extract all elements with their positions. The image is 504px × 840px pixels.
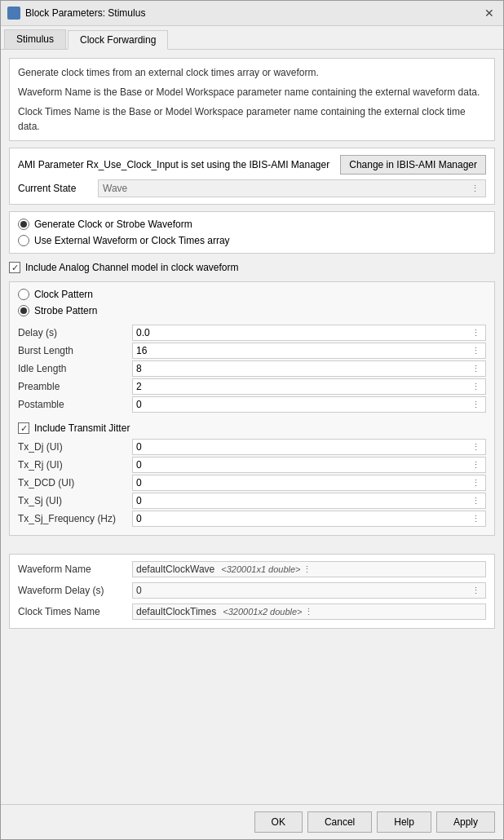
apply-button[interactable]: Apply (436, 811, 495, 833)
window-title: Block Parameters: Stimulus (25, 7, 145, 19)
clock-times-name-input[interactable]: defaultClockTimes <320001x2 double> ⋮ (132, 603, 486, 620)
tx-sj-value: 0 (136, 495, 470, 506)
field-row-preamble: Preamble 2 ⋮ (18, 378, 486, 395)
burst-length-value: 16 (136, 345, 470, 356)
title-bar: Block Parameters: Stimulus ✕ (1, 1, 503, 26)
waveform-delay-label: Waveform Delay (s) (18, 585, 132, 596)
burst-length-menu-icon[interactable]: ⋮ (470, 346, 482, 356)
idle-length-menu-icon[interactable]: ⋮ (470, 364, 482, 374)
idle-length-label: Idle Length (18, 363, 132, 374)
radio-use-external-circle[interactable] (18, 235, 29, 246)
tx-rj-menu-icon[interactable]: ⋮ (470, 460, 482, 471)
radio-clock-pattern[interactable]: Clock Pattern (18, 289, 486, 300)
field-row-clock-times-name: Clock Times Name defaultClockTimes <3200… (18, 603, 486, 620)
state-row: Current State Wave ⋮ (18, 179, 486, 197)
include-jitter-label: Include Transmit Jitter (34, 422, 130, 434)
tx-sj-freq-label: Tx_Sj_Frequency (Hz) (18, 513, 132, 524)
delay-label: Delay (s) (18, 327, 132, 338)
ami-section: AMI Parameter Rx_Use_Clock_Input is set … (9, 148, 495, 205)
preamble-value: 2 (136, 381, 470, 392)
idle-length-input[interactable]: 8 ⋮ (132, 360, 486, 377)
tx-sj-freq-value: 0 (136, 513, 470, 524)
waveform-name-value: defaultClockWave (136, 564, 214, 575)
field-row-delay: Delay (s) 0.0 ⋮ (18, 325, 486, 341)
postamble-label: Postamble (18, 399, 132, 410)
burst-length-input[interactable]: 16 ⋮ (132, 343, 486, 359)
tx-rj-input[interactable]: 0 ⋮ (132, 457, 486, 473)
pattern-section: Clock Pattern Strobe Pattern Delay (s) 0… (9, 281, 495, 536)
tx-dcd-value: 0 (136, 477, 470, 489)
field-row-waveform-name: Waveform Name defaultClockWave <320001x1… (18, 561, 486, 577)
waveform-delay-input[interactable]: 0 ⋮ (132, 582, 486, 599)
postamble-menu-icon[interactable]: ⋮ (470, 400, 482, 410)
current-state-value: Wave (103, 183, 469, 194)
info-box: Generate clock times from an external cl… (9, 58, 495, 141)
radio-clock-pattern-circle[interactable] (18, 289, 29, 300)
waveform-name-menu-icon[interactable]: ⋮ (301, 564, 313, 575)
tx-dj-input[interactable]: 0 ⋮ (132, 439, 486, 455)
include-analog-checkbox[interactable] (9, 262, 20, 273)
include-jitter-row[interactable]: Include Transmit Jitter (18, 422, 486, 434)
clock-times-name-menu-icon[interactable]: ⋮ (303, 607, 315, 617)
tab-stimulus[interactable]: Stimulus (4, 29, 66, 49)
preamble-input[interactable]: 2 ⋮ (132, 378, 486, 395)
info-line2: Waveform Name is the Base or Model Works… (18, 85, 486, 99)
delay-input[interactable]: 0.0 ⋮ (132, 325, 486, 341)
section-gap (9, 542, 495, 547)
info-line1: Generate clock times from an external cl… (18, 65, 486, 80)
radio-clock-pattern-label: Clock Pattern (34, 289, 93, 300)
waveform-delay-value: 0 (136, 585, 142, 596)
waveform-fields-section: Waveform Name defaultClockWave <320001x1… (9, 554, 495, 629)
radio-strobe-pattern[interactable]: Strobe Pattern (18, 305, 486, 316)
clock-times-name-label: Clock Times Name (18, 606, 132, 617)
change-ibis-ami-button[interactable]: Change in IBIS-AMI Manager (340, 155, 486, 175)
help-button[interactable]: Help (377, 811, 431, 833)
delay-menu-icon[interactable]: ⋮ (470, 328, 482, 338)
field-row-tx-rj: Tx_Rj (UI) 0 ⋮ (18, 457, 486, 473)
field-row-idle-length: Idle Length 8 ⋮ (18, 360, 486, 377)
field-row-postamble: Postamble 0 ⋮ (18, 396, 486, 413)
field-row-tx-dj: Tx_Dj (UI) 0 ⋮ (18, 439, 486, 455)
tx-rj-value: 0 (136, 459, 470, 471)
tx-sj-menu-icon[interactable]: ⋮ (470, 496, 482, 506)
preamble-label: Preamble (18, 381, 132, 392)
tab-bar: Stimulus Clock Forwarding (1, 26, 503, 50)
close-button[interactable]: ✕ (482, 6, 497, 20)
radio-use-external[interactable]: Use External Waveform or Clock Times arr… (18, 235, 486, 246)
waveform-name-input[interactable]: defaultClockWave <320001x1 double> ⋮ (132, 561, 486, 577)
tx-dj-value: 0 (136, 441, 470, 453)
info-line3: Clock Times Name is the Base or Model Wo… (18, 104, 486, 134)
tx-dj-menu-icon[interactable]: ⋮ (470, 442, 482, 453)
tab-clock-forwarding[interactable]: Clock Forwarding (68, 30, 168, 50)
tab-content: Generate clock times from an external cl… (1, 50, 503, 804)
field-row-burst-length: Burst Length 16 ⋮ (18, 343, 486, 359)
preamble-menu-icon[interactable]: ⋮ (470, 382, 482, 392)
tx-dcd-label: Tx_DCD (UI) (18, 477, 132, 489)
ok-button[interactable]: OK (254, 811, 303, 833)
radio-generate-circle[interactable] (18, 219, 29, 230)
include-analog-label: Include Analog Channel model in clock wa… (25, 262, 238, 273)
include-jitter-checkbox[interactable] (18, 422, 29, 434)
field-row-tx-dcd: Tx_DCD (UI) 0 ⋮ (18, 475, 486, 491)
waveform-name-extra: <320001x1 double> (221, 564, 300, 574)
delay-value: 0.0 (136, 327, 470, 338)
postamble-value: 0 (136, 399, 470, 410)
tx-dj-label: Tx_Dj (UI) (18, 441, 132, 453)
title-bar-left: Block Parameters: Stimulus (7, 7, 145, 20)
radio-use-external-label: Use External Waveform or Clock Times arr… (34, 235, 230, 246)
cancel-button[interactable]: Cancel (307, 811, 372, 833)
idle-length-value: 8 (136, 363, 470, 374)
include-analog-row[interactable]: Include Analog Channel model in clock wa… (9, 260, 495, 275)
postamble-input[interactable]: 0 ⋮ (132, 396, 486, 413)
tx-dcd-menu-icon[interactable]: ⋮ (470, 478, 482, 489)
window-icon (7, 7, 20, 20)
burst-length-label: Burst Length (18, 345, 132, 356)
tx-sj-freq-menu-icon[interactable]: ⋮ (470, 514, 482, 524)
tx-sj-freq-input[interactable]: 0 ⋮ (132, 511, 486, 527)
radio-generate[interactable]: Generate Clock or Strobe Waveform (18, 219, 486, 230)
radio-strobe-pattern-circle[interactable] (18, 305, 29, 316)
tx-sj-input[interactable]: 0 ⋮ (132, 493, 486, 509)
current-state-menu-icon[interactable]: ⋮ (469, 183, 481, 194)
waveform-delay-menu-icon[interactable]: ⋮ (470, 586, 482, 596)
tx-dcd-input[interactable]: 0 ⋮ (132, 475, 486, 491)
